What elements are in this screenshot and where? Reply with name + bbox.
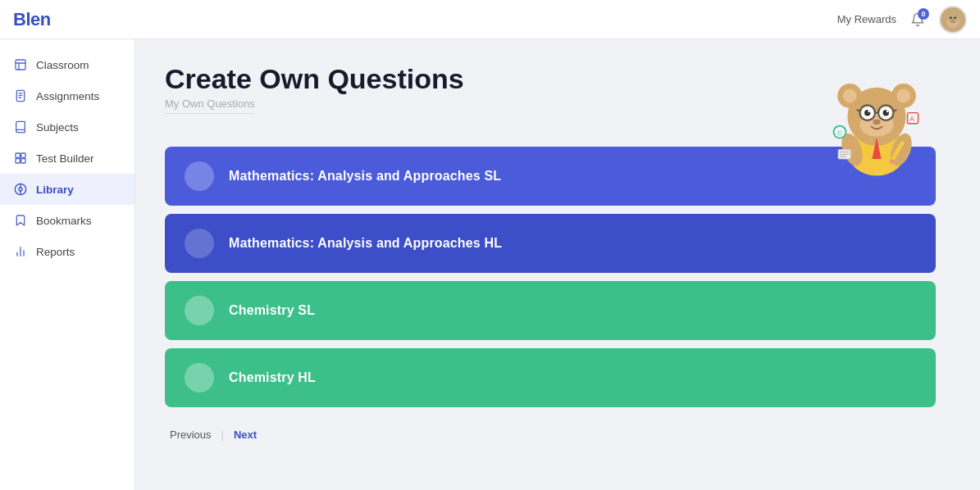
svg-rect-14 [21,153,25,157]
svg-point-6 [954,16,956,19]
svg-text:C: C [837,129,842,137]
my-rewards-link[interactable]: My Rewards [837,13,896,25]
sidebar-label-bookmarks: Bookmarks [36,215,92,227]
bookmarks-icon [13,213,28,228]
test-builder-icon [13,151,28,166]
subject-dot-chem-hl [185,363,214,392]
subject-dot-math-hl [185,229,214,258]
avatar[interactable] [939,6,967,34]
svg-point-29 [896,89,910,103]
svg-point-35 [868,110,870,112]
classroom-icon [13,57,28,72]
subject-name-chem-hl: Chemistry HL [229,370,316,385]
page-subtitle: My Own Questions [165,98,255,114]
svg-point-5 [950,16,952,19]
svg-rect-16 [21,159,25,163]
sidebar-label-reports: Reports [36,246,75,258]
svg-point-42 [873,120,880,125]
subject-name-math-hl: Mathematics: Analysis and Approaches HL [229,236,502,251]
sidebar-label-assignments: Assignments [36,90,99,102]
notifications-bell[interactable]: 0 [906,8,929,31]
app-logo: Blen [13,9,51,30]
sidebar-label-test-builder: Test Builder [36,152,94,165]
sidebar-item-reports[interactable]: Reports [0,236,134,267]
subject-card-chem-sl[interactable]: Chemistry SL [165,281,936,340]
subject-dot-chem-sl [185,296,214,325]
sidebar-item-library[interactable]: Library [0,174,134,205]
svg-point-7 [951,19,955,21]
main-layout: Classroom Assignments Subjects [0,39,980,490]
subject-name-math-sl: Mathematics: Analysis and Approaches SL [229,169,501,184]
svg-point-28 [843,89,857,103]
sidebar-label-classroom: Classroom [36,59,89,71]
sidebar-label-subjects: Subjects [36,121,79,134]
subject-card-math-hl[interactable]: Mathematics: Analysis and Approaches HL [165,214,936,273]
reports-icon [13,244,28,259]
topbar-right: My Rewards 0 [837,6,967,34]
sidebar-label-library: Library [36,184,74,196]
sidebar-item-assignments[interactable]: Assignments [0,80,134,111]
svg-point-36 [887,110,889,112]
pagination-divider: | [220,429,226,441]
notif-badge: 0 [918,8,929,20]
previous-button[interactable]: Previous [165,425,217,444]
sidebar-item-classroom[interactable]: Classroom [0,49,134,80]
svg-rect-13 [16,153,20,157]
next-button[interactable]: Next [229,425,262,444]
svg-text:A: A [909,115,914,123]
svg-rect-15 [16,159,20,163]
svg-point-4 [953,11,958,16]
assignments-icon [13,88,28,103]
main-content: C A Create Own Questions My Own Question… [135,39,980,490]
svg-point-3 [948,11,953,16]
topbar: Blen My Rewards 0 [0,0,980,39]
subjects-icon [13,120,28,134]
pagination: Previous | Next [165,425,950,444]
svg-rect-8 [16,60,25,70]
sidebar: Classroom Assignments Subjects [0,39,135,490]
subject-name-chem-sl: Chemistry SL [229,303,315,318]
sidebar-item-bookmarks[interactable]: Bookmarks [0,205,134,236]
library-icon [13,182,28,197]
subject-dot-math-sl [185,161,214,191]
subject-card-chem-hl[interactable]: Chemistry HL [165,348,936,407]
mascot-area: C A [819,59,950,190]
sidebar-item-test-builder[interactable]: Test Builder [0,143,134,174]
sidebar-item-subjects[interactable]: Subjects [0,111,134,143]
